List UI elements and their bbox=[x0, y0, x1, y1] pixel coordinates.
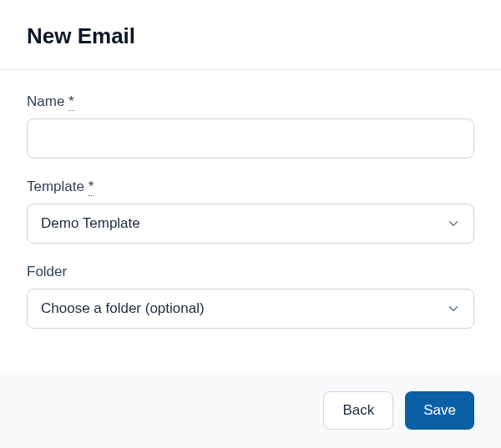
template-field-group: Template * Demo Template bbox=[27, 179, 474, 244]
folder-label: Folder bbox=[27, 264, 474, 280]
name-label: Name * bbox=[27, 93, 474, 110]
name-required-asterisk: * bbox=[68, 93, 74, 111]
save-button[interactable]: Save bbox=[405, 391, 474, 430]
page-title: New Email bbox=[27, 23, 474, 49]
folder-selected-value: Choose a folder (optional) bbox=[41, 300, 205, 317]
folder-select-wrapper: Choose a folder (optional) bbox=[27, 289, 474, 329]
name-field-group: Name * bbox=[27, 93, 474, 159]
back-button[interactable]: Back bbox=[323, 391, 393, 430]
folder-label-text: Folder bbox=[27, 264, 67, 279]
dialog-footer: Back Save bbox=[0, 373, 501, 448]
template-select-wrapper: Demo Template bbox=[27, 204, 474, 244]
name-input[interactable] bbox=[27, 118, 474, 159]
template-required-asterisk: * bbox=[89, 179, 94, 196]
template-select[interactable]: Demo Template bbox=[27, 204, 474, 244]
template-label: Template * bbox=[27, 179, 474, 195]
template-selected-value: Demo Template bbox=[41, 215, 140, 232]
template-label-text: Template bbox=[27, 179, 84, 194]
name-label-text: Name bbox=[27, 93, 64, 109]
new-email-dialog: New Email Name * Template * Demo Templat… bbox=[0, 0, 501, 448]
folder-select[interactable]: Choose a folder (optional) bbox=[27, 289, 474, 329]
form-body: Name * Template * Demo Template bbox=[0, 70, 501, 355]
folder-field-group: Folder Choose a folder (optional) bbox=[27, 264, 474, 329]
dialog-header: New Email bbox=[0, 0, 501, 69]
